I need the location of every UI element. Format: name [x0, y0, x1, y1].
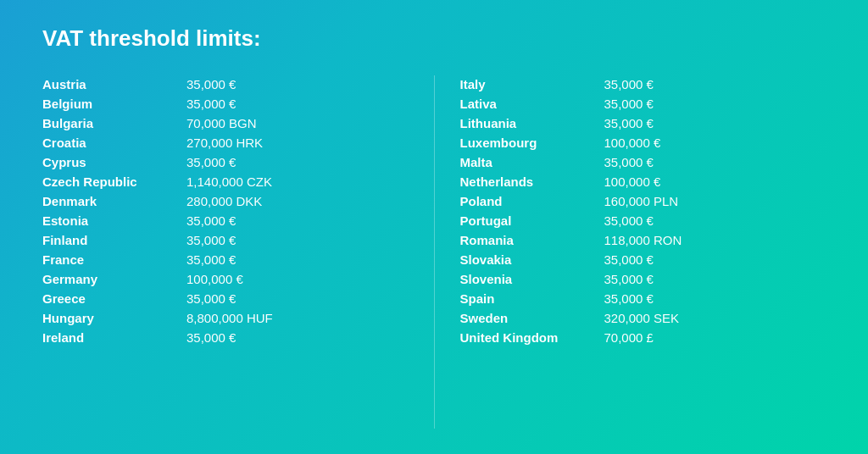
vat-amount: 35,000 € — [604, 291, 654, 306]
table-row: Malta35,000 € — [460, 153, 826, 171]
country-name: Poland — [460, 194, 596, 208]
country-name: Greece — [42, 291, 178, 306]
country-name: Czech Republic — [42, 174, 178, 189]
left-column: Austria35,000 €Belgium35,000 €Bulgaria70… — [42, 75, 409, 429]
table-row: France35,000 € — [42, 251, 409, 269]
table-row: Spain35,000 € — [460, 290, 826, 307]
country-name: Croatia — [42, 136, 178, 150]
table-row: Bulgaria70,000 BGN — [42, 114, 409, 132]
table-row: United Kingdom70,000 £ — [460, 329, 826, 346]
vat-amount: 35,000 € — [186, 330, 236, 345]
table-row: Lithuania35,000 € — [460, 114, 826, 132]
country-name: Hungary — [42, 311, 178, 325]
country-name: Slovakia — [460, 252, 596, 267]
country-name: Sweden — [460, 311, 596, 325]
vat-amount: 100,000 € — [604, 136, 661, 150]
vat-amount: 70,000 BGN — [186, 116, 257, 130]
country-name: Romania — [460, 233, 596, 247]
vat-amount: 35,000 € — [604, 97, 654, 111]
table-row: Finland35,000 € — [42, 231, 409, 249]
table-row: Sweden320,000 SEK — [460, 309, 826, 327]
vat-amount: 35,000 € — [186, 291, 236, 306]
vat-amount: 35,000 € — [186, 77, 236, 91]
column-divider — [434, 75, 435, 429]
right-column: Italy35,000 €Lativa35,000 €Lithuania35,0… — [460, 75, 826, 429]
vat-amount: 35,000 € — [604, 252, 654, 267]
country-name: Belgium — [42, 97, 178, 111]
country-name: Denmark — [42, 194, 178, 208]
vat-amount: 118,000 RON — [604, 233, 682, 247]
country-name: Slovenia — [460, 272, 596, 286]
main-container: VAT threshold limits: Austria35,000 €Bel… — [0, 0, 868, 454]
table-row: Denmark280,000 DKK — [42, 192, 409, 210]
vat-amount: 270,000 HRK — [186, 136, 263, 150]
vat-amount: 320,000 SEK — [604, 311, 679, 325]
country-name: Ireland — [42, 330, 178, 345]
country-name: Lithuania — [460, 116, 596, 130]
vat-amount: 35,000 € — [604, 213, 654, 228]
table-row: Slovenia35,000 € — [460, 270, 826, 288]
table-row: Poland160,000 PLN — [460, 192, 826, 210]
country-name: Portugal — [460, 213, 596, 228]
vat-amount: 1,140,000 CZK — [186, 174, 272, 189]
country-name: Italy — [460, 77, 596, 91]
table-row: Cyprus35,000 € — [42, 153, 409, 171]
country-name: Bulgaria — [42, 116, 178, 130]
table-row: Croatia270,000 HRK — [42, 134, 409, 152]
vat-amount: 35,000 € — [186, 97, 236, 111]
country-name: Malta — [460, 155, 596, 169]
table-row: Romania118,000 RON — [460, 231, 826, 249]
table-row: Portugal35,000 € — [460, 212, 826, 230]
vat-amount: 70,000 £ — [604, 330, 654, 345]
vat-amount: 35,000 € — [186, 233, 236, 247]
table-row: Estonia35,000 € — [42, 212, 409, 230]
country-name: Estonia — [42, 213, 178, 228]
vat-amount: 35,000 € — [604, 77, 654, 91]
vat-amount: 35,000 € — [604, 155, 654, 169]
vat-amount: 8,800,000 HUF — [186, 311, 273, 325]
vat-amount: 35,000 € — [186, 155, 236, 169]
table-row: Hungary8,800,000 HUF — [42, 309, 409, 327]
page-title: VAT threshold limits: — [42, 25, 826, 52]
country-name: Netherlands — [460, 174, 596, 189]
table-row: Luxembourg100,000 € — [460, 134, 826, 152]
vat-amount: 280,000 DKK — [186, 194, 262, 208]
table-row: Lativa35,000 € — [460, 95, 826, 113]
table-row: Greece35,000 € — [42, 290, 409, 307]
table-row: Austria35,000 € — [42, 75, 409, 93]
table-row: Slovakia35,000 € — [460, 251, 826, 269]
vat-amount: 35,000 € — [186, 252, 236, 267]
table-row: Netherlands100,000 € — [460, 173, 826, 191]
vat-amount: 35,000 € — [604, 116, 654, 130]
table-row: Italy35,000 € — [460, 75, 826, 93]
country-name: Germany — [42, 272, 178, 286]
country-name: France — [42, 252, 178, 267]
vat-amount: 35,000 € — [186, 213, 236, 228]
table-wrapper: Austria35,000 €Belgium35,000 €Bulgaria70… — [42, 75, 826, 429]
country-name: Finland — [42, 233, 178, 247]
table-row: Germany100,000 € — [42, 270, 409, 288]
country-name: Lativa — [460, 97, 596, 111]
table-row: Czech Republic1,140,000 CZK — [42, 173, 409, 191]
vat-amount: 35,000 € — [604, 272, 654, 286]
vat-amount: 160,000 PLN — [604, 194, 679, 208]
country-name: Spain — [460, 291, 596, 306]
country-name: Cyprus — [42, 155, 178, 169]
vat-amount: 100,000 € — [186, 272, 243, 286]
table-row: Ireland35,000 € — [42, 329, 409, 346]
vat-amount: 100,000 € — [604, 174, 661, 189]
country-name: United Kingdom — [460, 330, 596, 345]
table-row: Belgium35,000 € — [42, 95, 409, 113]
country-name: Luxembourg — [460, 136, 596, 150]
country-name: Austria — [42, 77, 178, 91]
